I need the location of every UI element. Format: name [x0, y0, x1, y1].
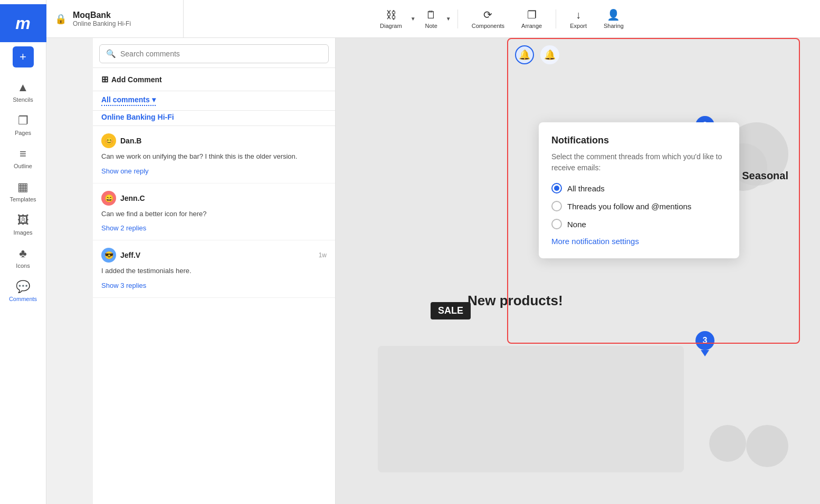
filter-row: All comments ▾	[93, 91, 335, 111]
add-comment-button[interactable]: ⊞ Add Comment	[101, 74, 162, 84]
note-label: Note	[425, 23, 437, 29]
pin-circle: 3	[695, 331, 714, 350]
sharing-button[interactable]: 👤 Sharing	[596, 5, 631, 32]
diagram-tool-group: ⛓ Diagram ▼	[373, 6, 415, 32]
reply-link[interactable]: Show 3 replies	[101, 282, 146, 289]
comments-list: 😊 Dan.B Can we work on unifying the bar?…	[93, 126, 335, 504]
images-icon: 🖼	[16, 213, 31, 228]
project-info: MoqBank Online Banking Hi-Fi	[73, 11, 131, 27]
components-icon: ⟳	[483, 8, 492, 21]
sale-label: SALE	[438, 305, 463, 316]
main-content: 🔍 ⊞ Add Comment All comments ▾ Online Ba…	[93, 38, 820, 504]
comments-header: ⊞ Add Comment	[93, 68, 335, 91]
avatar-emoji: 😊	[104, 137, 113, 145]
bell-settings-icon: 🔔	[544, 49, 556, 61]
lock-icon: 🔒	[55, 13, 66, 25]
logo-letter: m	[15, 14, 30, 33]
commenter-name: Jenn.C	[120, 194, 145, 202]
export-button[interactable]: ↓ Export	[562, 6, 594, 32]
sidebar-item-comments[interactable]: 💬 Comments	[3, 275, 43, 306]
note-button[interactable]: 🗒 Note	[418, 6, 445, 32]
canvas-card	[378, 346, 684, 472]
radio-circle	[551, 219, 562, 229]
sidebar-item-label: Templates	[9, 196, 36, 202]
sidebar-item-outline[interactable]: ≡ Outline	[3, 142, 43, 173]
sidebar-item-label: Pages	[15, 130, 31, 136]
comment-text: I added the testimonials here.	[101, 266, 327, 276]
notification-popup: Notifications Select the comment threads…	[539, 122, 739, 258]
arrange-button[interactable]: ❐ Arrange	[514, 5, 549, 32]
add-button[interactable]: +	[13, 46, 34, 67]
outline-icon: ≡	[16, 147, 31, 161]
sidebar-item-images[interactable]: 🖼 Images	[3, 209, 43, 240]
sidebar: m + ▲ Stencils ❐ Pages ≡ Outline ▦ Templ…	[0, 0, 46, 504]
diagram-label: Diagram	[380, 23, 402, 29]
arrange-label: Arrange	[521, 23, 542, 29]
radio-option-all-threads[interactable]: All threads	[551, 183, 727, 193]
radio-label: Threads you follow and @mentions	[567, 202, 691, 211]
radio-option-follow-mentions[interactable]: Threads you follow and @mentions	[551, 201, 727, 211]
bell-icon-button[interactable]: 🔔	[515, 45, 534, 64]
search-input[interactable]	[120, 50, 322, 58]
sidebar-item-pages[interactable]: ❐ Pages	[3, 109, 43, 140]
sidebar-item-label: Stencils	[13, 96, 33, 103]
radio-option-none[interactable]: None	[551, 219, 727, 229]
sidebar-item-stencils[interactable]: ▲ Stencils	[3, 76, 43, 107]
avatar-emoji: 😎	[104, 251, 113, 259]
header-toolbar: ⛓ Diagram ▼ 🗒 Note ▼ ⟳ Components ❐ Arra…	[184, 5, 820, 32]
note-icon: 🗒	[426, 9, 436, 21]
table-row: 😄 Jenn.C Can we find a better icon for h…	[93, 183, 335, 241]
comment-time: 1w	[319, 251, 327, 259]
sharing-icon: 👤	[607, 8, 620, 21]
reply-link[interactable]: Show one reply	[101, 167, 149, 175]
notification-title: Notifications	[551, 135, 727, 146]
diagram-dropdown-arrow[interactable]: ▼	[411, 16, 416, 22]
more-notification-settings-link[interactable]: More notification settings	[551, 237, 727, 246]
filter-label: All comments	[101, 95, 150, 104]
header-left-section: 🔒 MoqBank Online Banking Hi-Fi	[46, 0, 184, 37]
decorative-circle	[746, 425, 788, 467]
add-comment-label: Add Comment	[111, 75, 162, 84]
diagram-icon: ⛓	[386, 9, 396, 21]
all-comments-filter[interactable]: All comments ▾	[101, 95, 156, 106]
radio-label: None	[567, 220, 586, 229]
canvas-area[interactable]: 🔔 🔔 Notifications Select the comment thr…	[336, 38, 820, 504]
comments-icon: 💬	[16, 279, 31, 294]
sidebar-item-templates[interactable]: ▦ Templates	[3, 176, 43, 207]
table-row: 😊 Dan.B Can we work on unifying the bar?…	[93, 126, 335, 183]
sidebar-item-label: Images	[13, 229, 32, 236]
export-icon: ↓	[576, 9, 581, 21]
components-button[interactable]: ⟳ Components	[464, 5, 512, 32]
radio-inner	[554, 186, 559, 191]
file-link[interactable]: Online Banking Hi-Fi	[101, 113, 174, 121]
filter-dropdown-arrow: ▾	[152, 95, 156, 104]
avatar: 😄	[101, 191, 116, 206]
stencils-icon: ▲	[16, 80, 31, 95]
templates-icon: ▦	[16, 180, 31, 195]
app-logo: m	[0, 4, 46, 42]
note-tool-group: 🗒 Note ▼	[418, 6, 451, 32]
radio-circle	[551, 201, 562, 211]
radio-label: All threads	[567, 184, 605, 193]
notification-bell-row: 🔔 🔔	[515, 45, 559, 64]
sidebar-item-icons[interactable]: ♣ Icons	[3, 242, 43, 273]
commenter-name: Dan.B	[120, 137, 141, 145]
bell-settings-button[interactable]: 🔔	[540, 45, 559, 64]
components-label: Components	[472, 23, 504, 29]
file-name: Online Banking Hi-Fi	[73, 20, 131, 27]
table-row: 😎 Jeff.V 1w I added the testimonials her…	[93, 240, 335, 298]
note-dropdown-arrow[interactable]: ▼	[446, 16, 451, 22]
reply-link[interactable]: Show 2 replies	[101, 224, 146, 232]
search-icon: 🔍	[106, 49, 116, 59]
notification-description: Select the comment threads from which yo…	[551, 151, 727, 173]
diagram-button[interactable]: ⛓ Diagram	[373, 6, 409, 32]
pages-icon: ❐	[16, 113, 31, 128]
add-comment-icon: ⊞	[101, 74, 108, 84]
plus-icon: +	[20, 51, 26, 63]
comment-header: 😄 Jenn.C	[101, 191, 327, 206]
sidebar-item-label: Icons	[16, 263, 30, 269]
comment-text: Can we find a better icon for here?	[101, 209, 327, 219]
tool-separator-2	[556, 9, 556, 28]
comment-text: Can we work on unifying the bar? I think…	[101, 151, 327, 162]
comments-panel: 🔍 ⊞ Add Comment All comments ▾ Online Ba…	[93, 38, 336, 504]
